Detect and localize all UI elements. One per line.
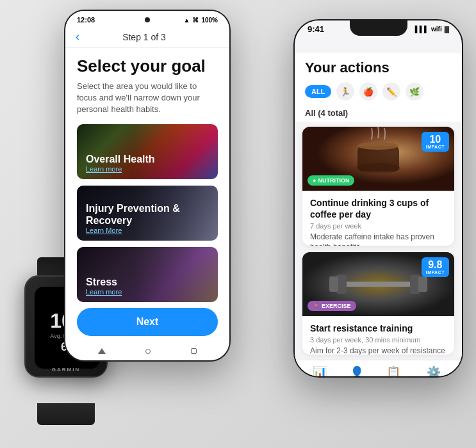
step-indicator: Step 1 of 3 <box>85 32 204 42</box>
svg-point-3 <box>357 142 398 150</box>
card-link-stress[interactable]: Learn more <box>86 288 122 296</box>
exercise-text: EXERCISE <box>322 303 351 309</box>
svg-rect-5 <box>340 282 416 287</box>
right-phone: 9:41 ▌▌▌ wifi ▓ Your actions ALL 🏃 🍎 ✏️ … <box>293 19 463 378</box>
iphone-bottom-nav: 📊 Pulse 👤 You 📋 Plan ⚙️ Account <box>295 360 462 378</box>
nav-item-plan[interactable]: 📋 Plan <box>386 365 400 378</box>
watch-brand: GARMIN <box>52 367 80 372</box>
action-frequency-coffee: 7 days per week <box>310 222 447 230</box>
wifi-icon: ⌘ <box>192 17 199 24</box>
card-title-health: Overall Health <box>86 153 155 165</box>
status-time-left: 12:08 <box>77 16 95 24</box>
card-text-stress: Stress Learn more <box>86 276 122 296</box>
impact-label-exercise: IMPACT <box>426 270 445 275</box>
nutrition-icon: ● <box>313 177 316 184</box>
actions-list: 10 IMPACT ● NUTRITION Continue drinking … <box>295 122 462 360</box>
impact-badge-exercise: 9.8 IMPACT <box>422 257 449 277</box>
filter-tab-edit[interactable]: ✏️ <box>382 83 400 100</box>
page-description: Select the area you would like to focus … <box>77 81 218 116</box>
action-card-coffee[interactable]: 10 IMPACT ● NUTRITION Continue drinking … <box>302 127 454 246</box>
battery-icon-right: ▓ <box>445 26 449 33</box>
action-desc-coffee: Moderate caffeine intake has proven heal… <box>310 232 447 246</box>
action-frequency-exercise: 3 days per week, 30 mins minimum <box>310 336 447 344</box>
action-title-coffee: Continue drinking 3 cups of coffee per d… <box>310 197 447 220</box>
phone-nav: ‹ Step 1 of 3 <box>65 26 229 48</box>
goal-card-stress[interactable]: Stress Learn more <box>77 247 218 302</box>
signal-bars-icon: ▌▌▌ <box>415 26 429 33</box>
action-card-exercise[interactable]: 9.8 IMPACT 🏃 EXERCISE Start resistance t… <box>302 252 454 355</box>
iphone-notch <box>350 20 407 36</box>
filter-tab-nutrition[interactable]: 🍎 <box>359 83 377 100</box>
account-icon: ⚙️ <box>427 365 441 378</box>
card-title-stress: Stress <box>86 276 122 288</box>
filter-tab-all[interactable]: ALL <box>305 85 331 98</box>
left-phone: 12:08 ▲ ⌘ 100% ‹ Step 1 of 3 Select your… <box>64 10 231 362</box>
nutrition-text: NUTRITION <box>318 177 349 184</box>
recents-nav-icon[interactable] <box>191 348 197 354</box>
status-icons-left: ▲ ⌘ 100% <box>184 17 218 24</box>
next-button[interactable]: Next <box>77 308 218 336</box>
signal-icon: ▲ <box>184 17 190 24</box>
svg-rect-8 <box>329 276 338 292</box>
wifi-icon-right: wifi <box>431 26 442 33</box>
impact-num-exercise: 9.8 <box>426 260 445 270</box>
back-nav-icon[interactable] <box>98 348 106 354</box>
filter-tab-run[interactable]: 🏃 <box>336 83 354 100</box>
impact-label-coffee: IMPACT <box>426 145 445 149</box>
action-img-coffee: 10 IMPACT ● NUTRITION <box>302 127 454 191</box>
you-icon: 👤 <box>350 365 364 378</box>
back-arrow[interactable]: ‹ <box>76 30 79 44</box>
plan-icon: 📋 <box>386 365 400 378</box>
iphone-header-title: Your actions <box>295 53 462 80</box>
front-camera <box>145 17 150 22</box>
iphone-content: Your actions ALL 🏃 🍎 ✏️ 🌿 All (4 total) <box>295 53 462 378</box>
impact-num-coffee: 10 <box>426 134 445 145</box>
card-link-injury[interactable]: Learn More <box>86 227 218 234</box>
all-count-label: All (4 total) <box>295 106 462 122</box>
card-title-injury: Injury Prevention & Recovery <box>86 202 218 227</box>
page-title: Select your goal <box>77 57 218 76</box>
goal-card-injury[interactable]: Injury Prevention & Recovery Learn More <box>77 186 218 241</box>
watch-band-bottom <box>37 403 95 425</box>
nav-item-you[interactable]: 👤 You <box>350 365 364 378</box>
nutrition-tag: ● NUTRITION <box>308 175 354 186</box>
exercise-icon: 🏃 <box>313 303 320 309</box>
home-nav-icon[interactable] <box>145 349 151 354</box>
pulse-icon: 📊 <box>313 365 327 378</box>
impact-badge-coffee: 10 IMPACT <box>422 132 449 152</box>
status-time-right: 9:41 <box>308 24 324 34</box>
phone-content: Select your goal Select the area you wou… <box>65 48 229 317</box>
battery-text: 100% <box>201 17 218 24</box>
action-desc-exercise: Aim for 2-3 days per week of resistance … <box>310 346 447 355</box>
iphone-status-icons: ▌▌▌ wifi ▓ <box>415 26 449 33</box>
svg-rect-2 <box>357 146 399 172</box>
action-img-exercise: 9.8 IMPACT 🏃 EXERCISE <box>302 252 454 316</box>
nav-item-pulse[interactable]: 📊 Pulse <box>313 365 327 378</box>
card-text-injury: Injury Prevention & Recovery Learn More <box>86 202 218 234</box>
card-text-health: Overall Health Learn more <box>86 153 155 173</box>
filter-tab-wellness[interactable]: 🌿 <box>406 83 423 100</box>
action-body-coffee: Continue drinking 3 cups of coffee per d… <box>302 191 454 246</box>
action-title-exercise: Start resistance training <box>310 323 447 334</box>
filter-tabs: ALL 🏃 🍎 ✏️ 🌿 <box>295 80 462 106</box>
svg-rect-9 <box>418 276 427 292</box>
card-link-health[interactable]: Learn more <box>86 165 155 173</box>
bottom-nav-android <box>65 348 229 354</box>
nav-item-account[interactable]: ⚙️ Account <box>423 365 445 378</box>
exercise-tag: 🏃 EXERCISE <box>308 301 356 311</box>
goal-card-health[interactable]: Overall Health Learn more <box>77 124 218 179</box>
action-body-exercise: Start resistance training 3 days per wee… <box>302 316 454 355</box>
